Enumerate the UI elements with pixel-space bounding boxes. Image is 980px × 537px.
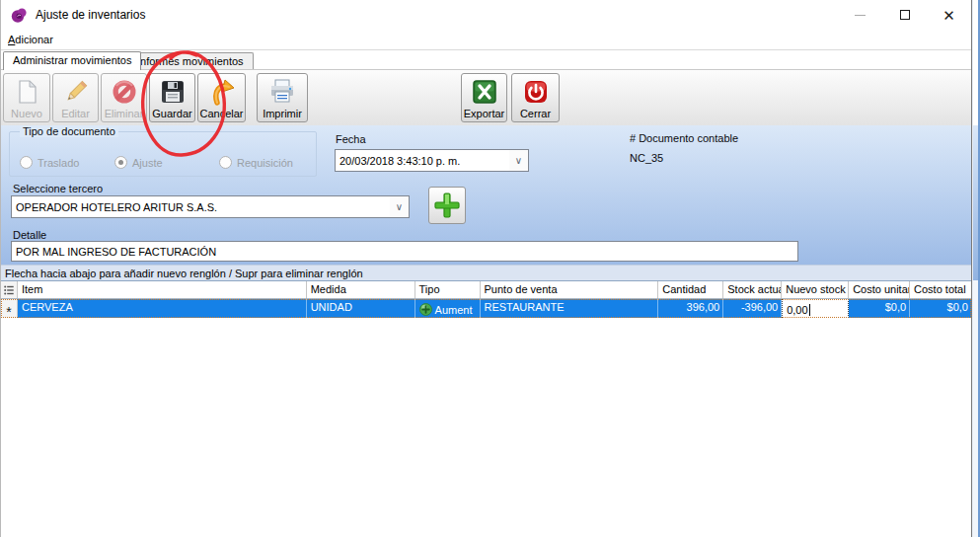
column-header-nuevo-stock[interactable]: Nuevo stock (782, 281, 849, 298)
minimize-icon (855, 15, 866, 16)
floppy-disk-icon (159, 76, 187, 108)
pencil-icon (62, 76, 90, 108)
column-header-medida[interactable]: Medida (307, 281, 415, 298)
eliminar-button[interactable]: Eliminar (101, 73, 147, 122)
close-icon: ✕ (942, 8, 955, 23)
menu-item-adicionar[interactable]: Adicionar (1, 34, 60, 45)
excel-icon (471, 76, 498, 108)
cell-medida[interactable]: UNIDAD (307, 299, 415, 318)
documento-contable-label: # Documento contable (630, 132, 738, 144)
detalle-input[interactable]: POR MAL INGRESO DE FACTURACIÓN (11, 241, 798, 262)
form-area: Tipo de documento Traslado Ajuste Requis… (1, 125, 971, 265)
grid-header-row: Item Medida Tipo Punto de venta Cantidad… (1, 281, 971, 299)
background-window-strip (973, 0, 980, 537)
column-header-item[interactable]: Item (18, 281, 307, 298)
radio-ajuste[interactable]: Ajuste (114, 156, 163, 169)
tercero-label: Seleccione tercero (13, 183, 103, 194)
detalle-label: Detalle (13, 229, 46, 241)
editar-button[interactable]: Editar (52, 73, 99, 122)
minimize-button[interactable] (838, 0, 882, 30)
new-page-icon (13, 76, 40, 108)
row-edit-indicator: * (1, 299, 18, 318)
documento-contable-value: NC_35 (630, 152, 663, 164)
plus-icon (433, 192, 461, 219)
tipo-documento-label: Tipo de documento (20, 125, 118, 137)
screen: Ajuste de inventarios ✕ Adicionar Admini… (0, 0, 980, 537)
printer-icon (267, 76, 297, 108)
radio-requisicion[interactable]: Requisición (219, 156, 293, 169)
toolbar: Nuevo Editar Eliminar Guardar (1, 69, 971, 125)
close-button[interactable]: ✕ (927, 0, 971, 30)
cell-nuevo-stock-editor[interactable]: 0,00 (782, 299, 849, 318)
app-icon (10, 6, 28, 24)
fecha-label: Fecha (336, 133, 366, 145)
app-window: Ajuste de inventarios ✕ Adicionar Admini… (0, 0, 972, 537)
chevron-down-icon[interactable]: ∨ (390, 196, 409, 217)
tab-administrar-movimientos[interactable]: Administrar movimientos (3, 51, 141, 70)
column-header-tipo[interactable]: Tipo (415, 281, 481, 298)
column-header-costo-total[interactable]: Costo total (910, 281, 971, 298)
tercero-combobox[interactable]: OPERADOR HOTELERO ARITUR S.A.S. ∨ (11, 195, 410, 218)
imprimir-button[interactable]: Imprimir (257, 73, 308, 122)
row-selector-header[interactable] (1, 281, 18, 298)
cell-costo-unitario[interactable]: $0,0 (849, 299, 910, 318)
titlebar: Ajuste de inventarios ✕ (1, 0, 971, 30)
fecha-datetime-picker[interactable]: 20/03/2018 3:43:10 p. m. ∨ (335, 149, 529, 172)
cell-punto-de-venta[interactable]: RESTAURANTE (481, 299, 659, 318)
cell-stock-actual[interactable]: -396,00 (723, 299, 782, 318)
no-entry-icon (111, 76, 138, 108)
radio-selected-icon (114, 156, 127, 169)
row-selector-icon (4, 284, 14, 296)
radio-icon (20, 156, 33, 169)
column-header-punto-de-venta[interactable]: Punto de venta (481, 281, 659, 298)
text-caret (809, 304, 810, 316)
window-title: Ajuste de inventarios (36, 8, 145, 22)
menubar: Adicionar (1, 30, 971, 50)
tipo-documento-groupbox: Tipo de documento Traslado Ajuste Requis… (9, 131, 317, 177)
grid-hint-text: Flecha hacia abajo para añadir nuevo ren… (5, 268, 363, 279)
cell-tipo[interactable]: Aument (415, 299, 481, 318)
column-header-costo-unitario[interactable]: Costo unitari (849, 281, 910, 298)
radio-traslado[interactable]: Traslado (20, 156, 79, 169)
cell-cantidad[interactable]: 396,00 (658, 299, 723, 318)
maximize-button[interactable] (882, 0, 927, 30)
guardar-button[interactable]: Guardar (149, 73, 195, 122)
tab-informes-movimientos[interactable]: Informes movimientos (127, 52, 254, 70)
maximize-icon (900, 10, 910, 20)
power-icon (522, 76, 550, 108)
items-grid: Item Medida Tipo Punto de venta Cantidad… (1, 280, 971, 537)
increase-icon (419, 303, 432, 316)
grid-hint-bar: Flecha hacia abajo para añadir nuevo ren… (1, 265, 971, 280)
tercero-value: OPERADOR HOTELERO ARITUR S.A.S. (12, 201, 390, 213)
column-header-stock-actual[interactable]: Stock actua (723, 281, 782, 298)
add-tercero-button[interactable] (428, 187, 466, 224)
cancelar-button[interactable]: Cancelar (197, 73, 246, 122)
undo-arrow-icon (208, 76, 236, 108)
cell-item[interactable]: CERVEZA (18, 299, 307, 318)
cerrar-button[interactable]: Cerrar (511, 73, 560, 122)
nuevo-button[interactable]: Nuevo (3, 73, 50, 122)
chevron-down-icon[interactable]: ∨ (509, 150, 528, 171)
fecha-value: 20/03/2018 3:43:10 p. m. (336, 155, 509, 167)
cell-costo-total[interactable]: $0,0 (910, 299, 971, 318)
exportar-button[interactable]: Exportar (461, 73, 507, 122)
table-row[interactable]: * CERVEZA UNIDAD Aument RESTAURANTE 396,… (1, 299, 971, 318)
tabstrip: Administrar movimientos Informes movimie… (1, 51, 971, 69)
column-header-cantidad[interactable]: Cantidad (658, 281, 723, 298)
detalle-value: POR MAL INGRESO DE FACTURACIÓN (16, 246, 216, 258)
radio-icon (219, 156, 232, 169)
